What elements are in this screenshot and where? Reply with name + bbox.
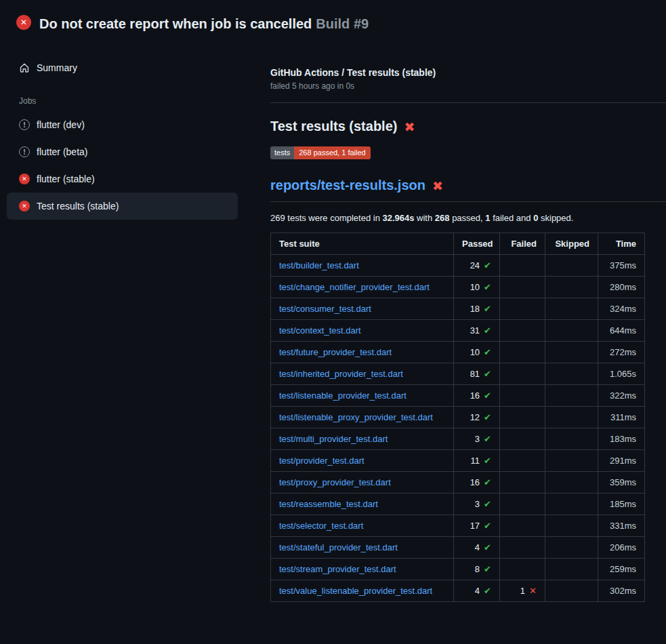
passed-count: 3 bbox=[475, 499, 480, 509]
suite-cell: test/provider_test.dart bbox=[271, 450, 454, 472]
passed-count: 16 bbox=[470, 477, 480, 487]
passed-count: 8 bbox=[475, 564, 480, 574]
time-cell: 206ms bbox=[598, 537, 645, 559]
table-header-row: Test suite Passed Failed Skipped Time bbox=[271, 233, 645, 255]
passed-cell: 11✔ bbox=[454, 450, 500, 472]
table-row: test/change_notifier_provider_test.dart1… bbox=[271, 277, 645, 298]
section-title: Test results (stable) bbox=[270, 119, 397, 134]
test-suite-link[interactable]: test/builder_test.dart bbox=[279, 260, 359, 270]
test-suite-link[interactable]: test/provider_test.dart bbox=[279, 456, 365, 466]
report-title-link[interactable]: reports/test-results.json bbox=[270, 178, 425, 193]
test-suite-link[interactable]: test/multi_provider_test.dart bbox=[279, 434, 388, 444]
jobs-list: !flutter (dev)!flutter (beta)✕flutter (s… bbox=[7, 111, 238, 220]
test-suite-link[interactable]: test/selector_test.dart bbox=[279, 521, 363, 531]
sidebar-item-job[interactable]: ✕flutter (stable) bbox=[7, 165, 238, 193]
test-suite-link[interactable]: test/reassemble_test.dart bbox=[279, 499, 378, 509]
passed-count: 4 bbox=[475, 586, 480, 596]
summary-text: 269 tests were completed in bbox=[270, 213, 382, 223]
test-suite-link[interactable]: test/listenable_proxy_provider_test.dart bbox=[279, 412, 433, 422]
check-icon: ✔ bbox=[484, 586, 491, 596]
results-table: Test suite Passed Failed Skipped Time te… bbox=[270, 233, 645, 602]
test-suite-link[interactable]: test/change_notifier_provider_test.dart bbox=[279, 282, 430, 292]
time-cell: 644ms bbox=[598, 320, 645, 342]
test-suite-link[interactable]: test/consumer_test.dart bbox=[279, 304, 371, 314]
test-suite-link[interactable]: test/future_provider_test.dart bbox=[279, 347, 392, 357]
time-cell: 324ms bbox=[598, 298, 645, 320]
suite-cell: test/stateful_provider_test.dart bbox=[271, 537, 454, 559]
time-cell: 291ms bbox=[598, 450, 645, 472]
failed-status-icon: ✕ bbox=[19, 174, 30, 184]
sidebar-item-job[interactable]: !flutter (dev) bbox=[7, 111, 238, 138]
section-heading: Test results (stable) ✖ bbox=[270, 119, 666, 134]
suite-cell: test/listenable_provider_test.dart bbox=[271, 385, 454, 407]
passed-cell: 24✔ bbox=[454, 255, 500, 277]
passed-cell: 12✔ bbox=[454, 407, 500, 428]
table-row: test/consumer_test.dart18✔324ms bbox=[271, 298, 645, 320]
failed-cell bbox=[500, 277, 545, 298]
skipped-cell bbox=[545, 494, 598, 515]
divider bbox=[270, 102, 666, 103]
passed-count: 12 bbox=[470, 412, 480, 422]
failed-cell: 1✕ bbox=[500, 580, 545, 602]
job-label: flutter (beta) bbox=[37, 146, 87, 157]
sidebar-item-job[interactable]: !flutter (beta) bbox=[7, 138, 238, 165]
table-row: test/stateful_provider_test.dart4✔206ms bbox=[271, 537, 645, 559]
failed-status-icon: ✕ bbox=[19, 201, 30, 212]
col-header-test-suite: Test suite bbox=[271, 233, 454, 255]
check-icon: ✔ bbox=[484, 477, 491, 487]
run-title: Do not create report when job is cancell… bbox=[39, 16, 312, 31]
skipped-cell bbox=[545, 559, 598, 580]
suite-cell: test/inherited_provider_test.dart bbox=[271, 363, 454, 385]
suite-cell: test/multi_provider_test.dart bbox=[271, 428, 454, 450]
test-suite-link[interactable]: test/stateful_provider_test.dart bbox=[279, 542, 398, 552]
failed-cell bbox=[500, 472, 545, 494]
col-header-time: Time bbox=[598, 233, 645, 255]
table-row: test/stream_provider_test.dart8✔259ms bbox=[271, 559, 645, 580]
page-header: ✕ Do not create report when job is cance… bbox=[0, 0, 666, 41]
page-title: Do not create report when job is cancell… bbox=[39, 12, 369, 33]
time-cell: 322ms bbox=[598, 385, 645, 407]
passed-count: 11 bbox=[471, 456, 480, 466]
failed-cell bbox=[500, 320, 545, 342]
skipped-cell bbox=[545, 407, 598, 428]
suite-cell: test/future_provider_test.dart bbox=[271, 342, 454, 363]
skipped-cell bbox=[545, 342, 598, 363]
failed-cell bbox=[500, 363, 545, 385]
table-row: test/inherited_provider_test.dart81✔1.06… bbox=[271, 363, 645, 385]
passed-count: 16 bbox=[470, 390, 480, 401]
passed-count: 3 bbox=[475, 434, 480, 444]
passed-count: 31 bbox=[470, 325, 480, 336]
skipped-cell bbox=[545, 363, 598, 385]
failed-x-icon: ✖ bbox=[432, 178, 443, 193]
check-icon: ✔ bbox=[484, 542, 491, 552]
skipped-cell bbox=[545, 450, 598, 472]
passed-cell: 31✔ bbox=[454, 320, 500, 342]
summary-line: 269 tests were completed in 32.964s with… bbox=[270, 213, 666, 223]
cross-icon: ✕ bbox=[529, 586, 537, 596]
suite-cell: test/proxy_provider_test.dart bbox=[271, 472, 454, 494]
table-row: test/context_test.dart31✔644ms bbox=[271, 320, 645, 342]
sidebar-item-job[interactable]: ✕Test results (stable) bbox=[7, 193, 238, 220]
time-cell: 331ms bbox=[598, 515, 645, 537]
failed-cell bbox=[500, 298, 545, 320]
test-suite-link[interactable]: test/value_listenable_provider_test.dart bbox=[279, 586, 432, 596]
main-content: GitHub Actions / Test results (stable) f… bbox=[270, 41, 666, 602]
test-suite-link[interactable]: test/listenable_provider_test.dart bbox=[279, 390, 407, 401]
suite-cell: test/listenable_proxy_provider_test.dart bbox=[271, 407, 454, 428]
summary-text: skipped. bbox=[538, 213, 573, 223]
passed-count: 81 bbox=[470, 369, 480, 379]
results-table-body: test/builder_test.dart24✔375mstest/chang… bbox=[271, 255, 645, 602]
test-suite-link[interactable]: test/inherited_provider_test.dart bbox=[279, 369, 403, 379]
test-suite-link[interactable]: test/stream_provider_test.dart bbox=[279, 564, 396, 574]
passed-count: 17 bbox=[470, 521, 480, 531]
passed-cell: 4✔ bbox=[454, 537, 500, 559]
test-suite-link[interactable]: test/proxy_provider_test.dart bbox=[279, 477, 391, 487]
sidebar-item-summary[interactable]: Summary bbox=[7, 54, 238, 81]
failed-cell bbox=[500, 428, 545, 450]
test-suite-link[interactable]: test/context_test.dart bbox=[279, 325, 361, 336]
table-row: test/proxy_provider_test.dart16✔359ms bbox=[271, 472, 645, 494]
suite-cell: test/consumer_test.dart bbox=[271, 298, 454, 320]
skipped-cell bbox=[545, 515, 598, 537]
passed-cell: 3✔ bbox=[454, 494, 500, 515]
summary-text: failed and bbox=[491, 213, 534, 223]
